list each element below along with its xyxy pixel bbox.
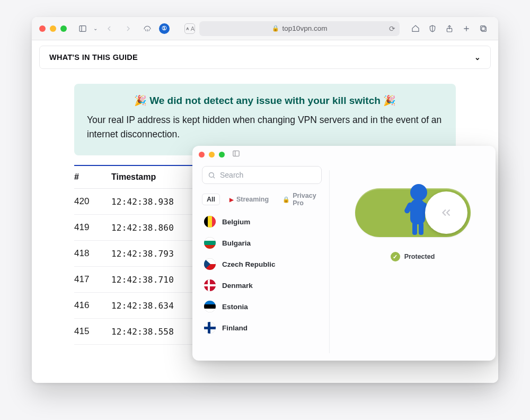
site-settings-button[interactable]: A A bbox=[184, 23, 195, 34]
country-label: Estonia bbox=[222, 303, 248, 311]
cell-num: 419 bbox=[74, 215, 111, 241]
search-icon bbox=[208, 171, 216, 179]
check-icon: ✓ bbox=[391, 252, 400, 261]
svg-rect-11 bbox=[481, 25, 485, 30]
play-icon: ▶ bbox=[229, 197, 234, 203]
svg-rect-0 bbox=[80, 25, 86, 31]
minimize-window-button[interactable] bbox=[50, 25, 56, 32]
vpn-close-button[interactable] bbox=[199, 152, 205, 158]
filter-tabs: All ▶Streaming 🔒Privacy Pro bbox=[202, 190, 322, 208]
country-item-ee[interactable]: Estonia bbox=[202, 298, 322, 316]
vpn-sidebar-toggle[interactable] bbox=[232, 150, 240, 160]
killswitch-banner: 🎉 We did not detect any issue with your … bbox=[74, 84, 456, 155]
refresh-button[interactable]: ⟳ bbox=[389, 24, 395, 33]
vpn-titlebar bbox=[192, 146, 496, 163]
onepassword-extension-icon[interactable]: ① bbox=[159, 23, 170, 34]
cell-num: 420 bbox=[74, 189, 111, 215]
country-list: BelgiumBulgariaCzech RepublicDenmarkEsto… bbox=[202, 213, 322, 337]
country-item-dk[interactable]: Denmark bbox=[202, 276, 322, 294]
maximize-window-button[interactable] bbox=[60, 25, 67, 32]
new-tab-button[interactable] bbox=[459, 22, 474, 35]
vpn-maximize-button[interactable] bbox=[219, 152, 225, 158]
country-label: Belgium bbox=[222, 218, 250, 226]
address-bar-wrap: A A 🔒 top10vpn.com ⟳ bbox=[184, 21, 400, 36]
country-item-cz[interactable]: Czech Republic bbox=[202, 255, 322, 273]
forward-button[interactable] bbox=[121, 22, 136, 35]
tabs-overview-button[interactable] bbox=[476, 22, 491, 35]
vpn-server-panel: Search All ▶Streaming 🔒Privacy Pro Belgi… bbox=[192, 163, 329, 361]
flag-icon bbox=[204, 237, 216, 249]
home-button[interactable] bbox=[408, 22, 423, 35]
wiper-extension-icon[interactable] bbox=[140, 22, 155, 35]
chevron-down-icon: ⌄ bbox=[474, 53, 481, 62]
search-placeholder: Search bbox=[220, 171, 243, 179]
flag-icon bbox=[204, 279, 216, 291]
guide-title: WHAT'S IN THIS GUIDE bbox=[49, 53, 138, 62]
status-label: Protected bbox=[404, 253, 435, 260]
flag-icon bbox=[204, 301, 216, 312]
banner-subtitle: Your real IP address is kept hidden when… bbox=[87, 113, 443, 142]
lock-icon: 🔒 bbox=[282, 196, 290, 203]
country-label: Finland bbox=[222, 324, 248, 332]
col-header-num: # bbox=[74, 166, 111, 189]
vpn-app-window: Search All ▶Streaming 🔒Privacy Pro Belgi… bbox=[192, 146, 496, 361]
lock-icon: 🔒 bbox=[272, 25, 279, 32]
svg-line-2 bbox=[145, 29, 146, 31]
country-label: Czech Republic bbox=[222, 260, 276, 268]
country-item-be[interactable]: Belgium bbox=[202, 213, 322, 231]
close-window-button[interactable] bbox=[39, 25, 46, 32]
chevrons-left-icon bbox=[439, 206, 453, 220]
status-row: ✓ Protected bbox=[391, 252, 435, 261]
cell-num: 418 bbox=[74, 241, 111, 267]
svg-line-4 bbox=[149, 29, 149, 31]
cell-num: 417 bbox=[74, 267, 111, 293]
country-label: Denmark bbox=[222, 282, 253, 290]
back-button[interactable] bbox=[102, 22, 117, 35]
vpn-minimize-button[interactable] bbox=[209, 152, 215, 158]
flag-icon bbox=[204, 258, 216, 270]
country-item-fi[interactable]: Finland bbox=[202, 319, 322, 337]
guide-accordion[interactable]: WHAT'S IN THIS GUIDE ⌄ bbox=[39, 46, 491, 69]
cell-num: 416 bbox=[74, 293, 111, 319]
svg-rect-12 bbox=[233, 151, 239, 156]
vpn-status-panel: ✓ Protected bbox=[330, 163, 496, 361]
privacy-shield-button[interactable] bbox=[425, 22, 440, 35]
window-controls bbox=[39, 25, 67, 32]
browser-titlebar: ⌄ ① A A 🔒 top10vpn.com ⟳ bbox=[32, 17, 498, 40]
connect-toggle[interactable] bbox=[355, 188, 471, 237]
tab-streaming[interactable]: ▶Streaming bbox=[225, 194, 273, 205]
svg-rect-10 bbox=[482, 27, 487, 31]
tab-all[interactable]: All bbox=[202, 194, 220, 205]
flag-icon bbox=[204, 216, 216, 228]
flag-icon bbox=[204, 322, 216, 334]
country-label: Bulgaria bbox=[222, 239, 251, 247]
sidebar-toggle-button[interactable] bbox=[75, 22, 90, 35]
search-input[interactable]: Search bbox=[202, 166, 322, 184]
share-button[interactable] bbox=[442, 22, 457, 35]
address-bar[interactable]: 🔒 top10vpn.com ⟳ bbox=[199, 21, 400, 36]
cell-num: 415 bbox=[74, 319, 111, 345]
svg-text:A: A bbox=[187, 27, 189, 30]
country-item-bg[interactable]: Bulgaria bbox=[202, 234, 322, 252]
toggle-knob bbox=[425, 191, 467, 234]
url-host: top10vpn.com bbox=[282, 24, 328, 32]
sidebar-dropdown-icon[interactable]: ⌄ bbox=[93, 25, 98, 31]
banner-title: 🎉 We did not detect any issue with your … bbox=[87, 94, 443, 107]
svg-point-14 bbox=[209, 172, 214, 177]
svg-line-15 bbox=[213, 177, 215, 178]
tab-privacy-pro[interactable]: 🔒Privacy Pro bbox=[278, 190, 322, 208]
